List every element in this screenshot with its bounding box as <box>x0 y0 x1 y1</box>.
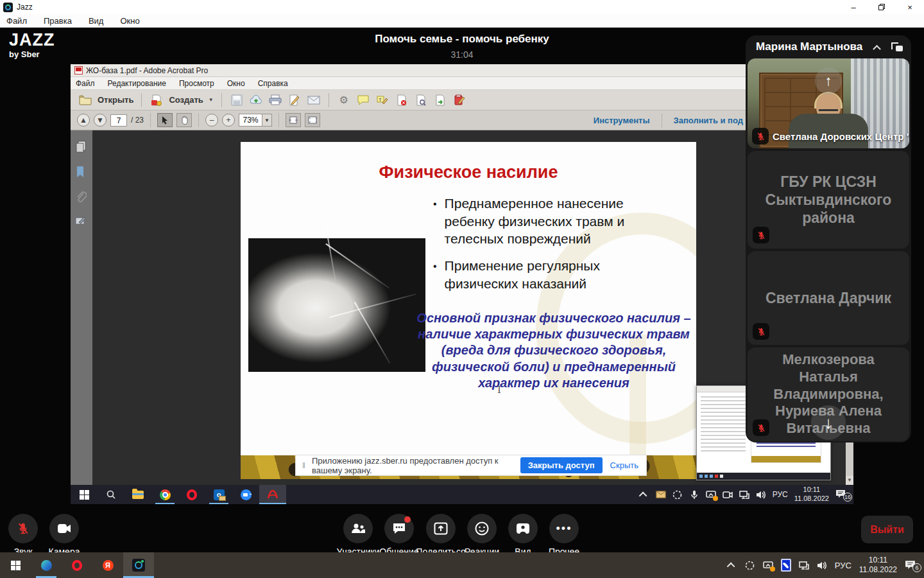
hide-banner-link[interactable]: Скрыть <box>610 460 638 470</box>
acrobat-menu-help[interactable]: Справка <box>258 79 288 88</box>
sign-icon[interactable] <box>287 93 302 107</box>
scroll-up-arrow[interactable]: ↑ <box>815 67 842 94</box>
open-folder-icon[interactable] <box>78 93 92 107</box>
stop-sharing-button[interactable]: Закрыть доступ <box>520 457 603 473</box>
shared-tray-mic-icon[interactable] <box>689 489 699 500</box>
highlight-icon[interactable]: T <box>375 93 389 107</box>
leave-call-button[interactable]: Выйти <box>861 516 913 543</box>
opera-icon[interactable] <box>62 552 92 578</box>
shared-language-indicator[interactable]: РУС <box>773 490 788 499</box>
shared-notifications-icon[interactable]: 16 <box>835 489 848 500</box>
print-icon[interactable] <box>268 93 282 107</box>
tray-network-icon[interactable] <box>799 560 809 570</box>
shared-zoom-icon[interactable] <box>232 485 259 504</box>
tray-screenshare-icon[interactable] <box>763 560 773 570</box>
fill-sign-tab[interactable]: Заполнить и под <box>674 116 743 125</box>
muted-mic-icon <box>753 419 769 436</box>
open-button[interactable]: Открыть <box>98 95 133 105</box>
acrobat-menu-edit[interactable]: Редактирование <box>108 79 166 88</box>
shared-tray-chevron-icon[interactable] <box>639 489 649 500</box>
participant-tile[interactable]: Мелкозерова Наталья Владимировна, Нуриев… <box>748 347 909 441</box>
fill-sign-icon[interactable] <box>452 93 466 107</box>
restore-button[interactable] <box>868 0 896 14</box>
shared-acrobat-icon[interactable] <box>259 485 286 504</box>
edge-icon[interactable] <box>31 552 62 578</box>
shared-chrome-icon[interactable] <box>151 485 178 504</box>
acrobat-toolbar: Открыть Создать ▼ ⚙ <box>71 90 853 110</box>
share-cloud-icon[interactable] <box>249 93 263 107</box>
save-icon[interactable] <box>230 93 244 107</box>
settings-gear-icon[interactable]: ⚙ <box>337 93 351 107</box>
more-control[interactable]: ••• Прочее <box>535 514 593 557</box>
acrobat-menu-file[interactable]: Файл <box>76 79 95 88</box>
signatures-icon[interactable] <box>75 216 88 229</box>
share-screen-icon <box>434 522 448 535</box>
ocr-icon[interactable] <box>414 93 428 107</box>
menu-file[interactable]: Файл <box>6 16 27 26</box>
zoom-out-button[interactable]: – <box>205 114 218 127</box>
next-page-button[interactable]: ▼ <box>94 114 107 127</box>
banner-drag-handle[interactable]: ‖ <box>302 461 307 470</box>
language-indicator[interactable]: РУС <box>835 561 851 570</box>
tools-tab[interactable]: Инструменты <box>594 116 650 125</box>
shared-screen: ЖО-база 1.pdf - Adobe Acrobat Pro Файл Р… <box>71 64 853 504</box>
scrolling-mode-button[interactable] <box>286 113 301 127</box>
shared-outlook-icon[interactable]: o <box>205 485 232 504</box>
shared-explorer-icon[interactable] <box>124 485 151 504</box>
zoom-level-select[interactable]: 73%▼ <box>239 114 272 127</box>
collapse-panel-icon[interactable] <box>873 44 881 53</box>
camera-control[interactable]: Камера <box>35 514 93 557</box>
shared-search-icon[interactable] <box>98 485 124 504</box>
export-icon[interactable] <box>433 93 447 107</box>
shared-opera-icon[interactable] <box>178 485 205 504</box>
create-pdf-icon[interactable] <box>150 93 164 107</box>
start-button[interactable] <box>0 552 31 578</box>
minimize-button[interactable]: – <box>839 0 868 14</box>
zoom-in-button[interactable]: + <box>222 114 235 127</box>
menu-window[interactable]: Окно <box>120 16 139 26</box>
pdf-slide: Физическое насилие •Преднамеренное нанес… <box>241 142 696 479</box>
participant-tile-video[interactable]: ↑ Светлана Доровских Центр "До <box>748 58 909 148</box>
shared-start-button[interactable] <box>71 485 98 504</box>
tray-phone-icon[interactable] <box>781 560 791 570</box>
tray-speaker-icon[interactable] <box>817 560 827 570</box>
notifications-icon[interactable]: 6 <box>905 560 918 570</box>
create-button[interactable]: Создать <box>169 95 203 105</box>
comment-icon[interactable] <box>356 93 370 107</box>
create-dropdown-arrow[interactable]: ▼ <box>209 97 214 103</box>
previous-page-button[interactable]: ▲ <box>77 114 90 127</box>
fit-page-button[interactable] <box>305 113 320 127</box>
shared-tray-network-icon[interactable] <box>739 489 749 500</box>
menu-view[interactable]: Вид <box>89 16 104 26</box>
scroll-down-arrow[interactable]: ▼ <box>846 476 853 485</box>
acrobat-menu-window[interactable]: Окно <box>227 79 245 88</box>
menu-edit[interactable]: Правка <box>44 16 72 26</box>
bookmarks-icon[interactable] <box>75 166 88 179</box>
acrobat-menu-view[interactable]: Просмотр <box>179 79 214 88</box>
page-number-input[interactable]: 7 <box>110 114 127 127</box>
shared-tray-screenshare-icon[interactable] <box>706 489 716 500</box>
participants-icon <box>350 523 366 534</box>
yandex-browser-icon[interactable]: Я <box>92 552 123 578</box>
tray-chevron-icon[interactable] <box>727 560 737 570</box>
pip-mode-icon[interactable] <box>891 42 903 51</box>
email-icon[interactable] <box>307 93 321 107</box>
taskbar-clock[interactable]: 10:1111.08.2022 <box>859 556 897 575</box>
shared-clock[interactable]: 10:1111.08.2022 <box>794 486 829 504</box>
shared-tray-teams-icon[interactable] <box>672 489 683 500</box>
shared-tray-camera-icon[interactable] <box>723 489 733 500</box>
tray-teams-icon[interactable] <box>745 560 755 570</box>
select-tool-button[interactable] <box>157 113 173 127</box>
banner-message: Приложению jazz.sber.ru предоставлен дос… <box>312 456 514 475</box>
scroll-down-arrow[interactable]: ↓ <box>811 405 846 440</box>
participant-tile[interactable]: Светлана Дарчик <box>748 251 909 345</box>
jazz-taskbar-icon[interactable] <box>123 552 154 578</box>
shared-tray-speaker-icon[interactable] <box>756 489 766 500</box>
shared-tray-mail-icon[interactable] <box>656 489 666 500</box>
page-thumbnails-icon[interactable] <box>75 141 88 153</box>
close-button[interactable]: × <box>896 0 924 14</box>
attachments-icon[interactable] <box>75 191 88 204</box>
hand-tool-button[interactable] <box>176 113 192 127</box>
delete-pages-icon[interactable] <box>395 93 409 107</box>
participant-tile[interactable]: ГБУ РК ЦСЗН Сыктывдинского района <box>748 151 909 249</box>
